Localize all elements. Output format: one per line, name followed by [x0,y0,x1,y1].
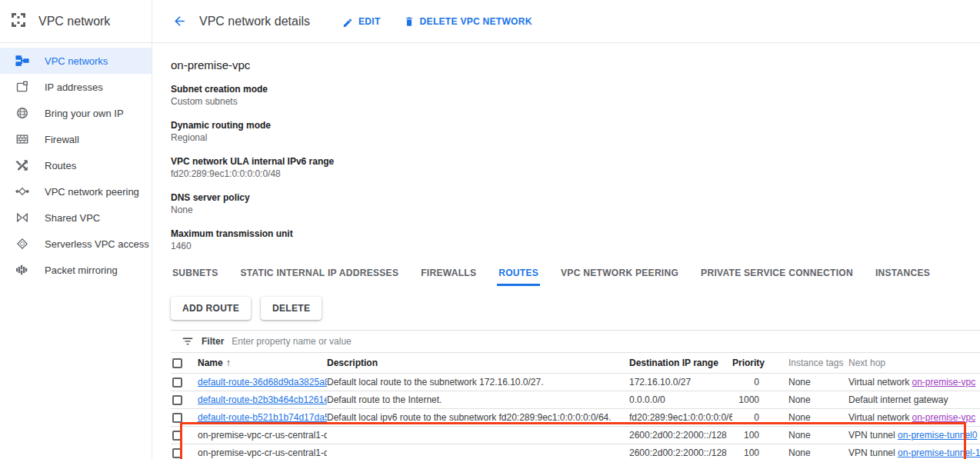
table-row: on-premise-vpc-cr-us-central1-dynamic-ro… [171,426,980,444]
tab-routes[interactable]: ROUTES [497,264,540,286]
routes-table-wrap: Name↑ Description Destination IP range P… [171,353,980,459]
table-row: default-route-b2b3b464cb1261e2 Default r… [171,391,980,408]
product-header: VPC network [0,0,152,42]
route-destination: 2600:2d00:2:2000::/128 [629,444,732,459]
route-next-hop: VPN tunnel on-premise-tunnel-1 [844,444,980,459]
filter-icon [182,335,194,348]
column-header-priority: Priority [732,353,767,373]
tab-instances[interactable]: INSTANCES [874,264,932,286]
route-name-link[interactable]: default-route-36d68d9da3825a81 [198,377,327,387]
sidebar-item-label: VPC network peering [45,186,139,198]
filter-bar: Filter [171,330,980,353]
firewall-icon [15,132,29,146]
next-hop-link[interactable]: on-premise-tunnel0 [898,430,977,441]
route-name: on-premise-vpc-cr-us-central1-dynamic-ro… [198,444,327,459]
add-route-button[interactable]: ADD ROUTE [171,297,251,320]
route-description: Default local ipv6 route to the subnetwo… [327,408,629,426]
route-name-link[interactable]: default-route-b521b1b74d17da52 [198,412,327,423]
route-priority: 100 [732,426,767,444]
next-hop-link[interactable]: on-premise-vpc [912,412,976,423]
tab-subnets[interactable]: SUBNETS [171,264,219,286]
delete-button[interactable]: DELETE [261,297,322,320]
main-content: on-premise-vpc Subnet creation mode Cust… [152,43,980,459]
vpc-network-logo-icon [9,11,28,32]
route-priority: 1000 [732,391,767,408]
delete-vpc-network-button[interactable]: DELETE VPC NETWORK [404,16,532,27]
route-instance-tags: None [767,408,844,426]
route-next-hop: Virtual network on-premise-vpc [844,408,980,426]
field-label: Dynamic routing mode [171,120,980,131]
field-label: Subnet creation mode [171,84,980,95]
sidebar-item-shared-vpc[interactable]: Shared VPC [0,205,152,231]
route-next-hop: Default internet gateway [844,391,980,408]
row-checkbox[interactable] [172,395,182,405]
sidebar-item-label: Shared VPC [45,212,100,224]
route-description: Default local route to the subnetwork 17… [327,373,629,391]
sidebar: VPC networks IP addresses Bring your own… [0,43,152,459]
route-name: on-premise-vpc-cr-us-central1-dynamic-ro… [198,426,327,444]
route-description [327,444,629,459]
field-value: Custom subnets [171,96,980,108]
table-row: default-route-36d68d9da3825a81 Default l… [171,373,980,391]
page-title: VPC network details [199,15,310,28]
next-hop-link[interactable]: on-premise-vpc [912,377,976,387]
row-checkbox[interactable] [172,378,182,387]
top-bar: VPC network VPC network details EDIT DEL… [0,0,980,43]
filter-input[interactable] [232,336,980,347]
sidebar-item-routes[interactable]: Routes [0,152,152,178]
field-dynamic-routing-mode: Dynamic routing mode Regional [171,120,980,144]
back-button[interactable] [172,14,187,28]
field-ula-ipv6-range: VPC network ULA internal IPv6 range fd20… [171,156,980,180]
sidebar-item-vpc-networks[interactable]: VPC networks [0,48,152,74]
route-destination: 0.0.0.0/0 [629,391,732,408]
sidebar-item-firewall[interactable]: Firewall [0,126,152,152]
field-dns-server-policy: DNS server policy None [171,192,980,216]
route-next-hop: Virtual network on-premise-vpc [844,373,980,391]
trash-icon [404,16,415,27]
back-arrow-icon [172,14,187,28]
field-maximum-transmission-unit: Maximum transmission unit 1460 [171,228,980,252]
field-label: Maximum transmission unit [171,228,980,240]
select-all-checkbox[interactable] [172,358,182,368]
row-checkbox[interactable] [172,448,182,458]
tab-private-service-connection[interactable]: PRIVATE SERVICE CONNECTION [699,264,855,286]
route-destination: 172.16.10.0/27 [629,373,732,391]
edit-button-label: EDIT [358,16,381,27]
tab-firewalls[interactable]: FIREWALLS [419,264,478,286]
field-label: VPC network ULA internal IPv6 range [171,156,980,168]
edit-button[interactable]: EDIT [342,16,381,27]
tab-static-internal-ip-addresses[interactable]: STATIC INTERNAL IP ADDRESSES [238,264,400,286]
field-value: None [171,205,980,216]
column-header-description: Description [327,353,629,373]
row-checkbox[interactable] [172,431,182,441]
packet-mirroring-icon [15,263,29,277]
filter-label: Filter [202,336,224,347]
sidebar-item-packet-mirroring[interactable]: Packet mirroring [0,257,152,283]
sidebar-item-label: Bring your own IP [45,108,124,119]
route-priority: 0 [732,373,767,391]
sidebar-item-serverless-vpc-access[interactable]: Serverless VPC access [0,231,152,257]
column-header-name[interactable]: Name↑ [198,353,327,373]
sidebar-item-ip-addresses[interactable]: IP addresses [0,74,152,100]
vpc-networks-icon [15,54,29,68]
row-checkbox[interactable] [172,413,182,423]
route-name-link[interactable]: default-route-b2b3b464cb1261e2 [198,394,327,405]
sidebar-item-label: Packet mirroring [45,264,118,276]
route-description [327,426,629,444]
column-header-next-hop: Next hop [844,353,980,373]
shared-vpc-icon [15,211,29,225]
column-header-destination-ip-range: Destination IP range [629,353,732,373]
delete-button-label: DELETE VPC NETWORK [420,16,532,27]
sidebar-item-vpc-network-peering[interactable]: VPC network peering [0,178,152,205]
pencil-icon [342,16,353,27]
sidebar-item-label: Routes [45,160,76,171]
ip-addresses-icon [15,80,29,94]
route-description: Default route to the Internet. [327,391,629,408]
peering-icon [15,185,29,198]
field-value: 1460 [171,241,980,252]
routes-toolbar: ADD ROUTE DELETE [171,297,980,320]
next-hop-link[interactable]: on-premise-tunnel-1 [898,447,980,458]
sidebar-item-label: Firewall [45,134,79,145]
sidebar-item-bring-your-own-ip[interactable]: Bring your own IP [0,100,152,126]
tab-vpc-network-peering[interactable]: VPC NETWORK PEERING [559,264,680,286]
